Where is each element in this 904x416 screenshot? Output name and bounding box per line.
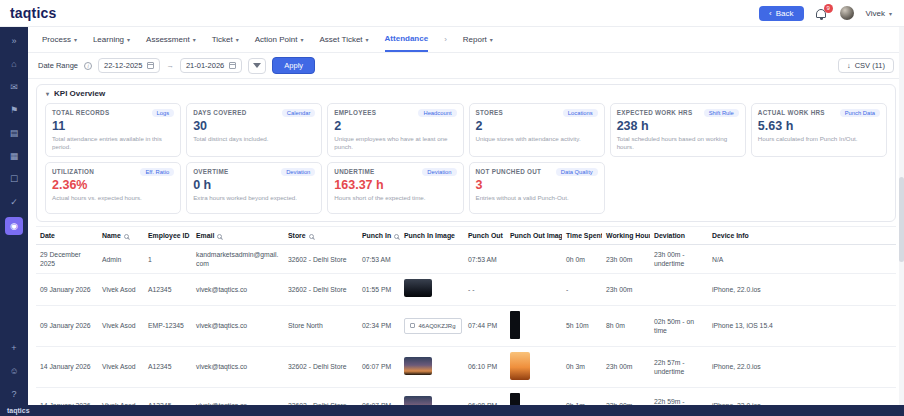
image-filename: 46AQ0KZJRg [418,322,455,330]
punch-in-image-thumbnail[interactable] [404,279,432,297]
attendance-icon[interactable]: ◉ [5,217,23,235]
breadcrumb-separator: › [444,27,447,52]
broken-image-icon [410,323,415,328]
tab-asset-ticket[interactable]: Asset Ticket ▾ [319,27,368,52]
cell-punch-in-image: 46AQ0KZJRg [400,305,464,346]
cell-date: 14 January 2026 [36,346,98,387]
tab-ticket[interactable]: Ticket ▾ [212,27,239,52]
table-row[interactable]: 14 January 2026 Vivek Asod A12345 vivek@… [36,387,896,405]
kpi-card-days-covered: DAYS COVERED Calendar 30 Total distinct … [186,103,322,157]
user-menu[interactable]: Vivek ▾ [866,9,892,18]
search-icon[interactable] [124,234,129,239]
punch-out-image-thumbnail[interactable] [510,352,530,380]
cell-name: Vivek Asod [98,387,144,405]
start-date-input[interactable]: 22-12-2025 [98,58,160,73]
help-icon[interactable]: ? [5,386,23,401]
notifications-button[interactable]: 9 [816,7,828,20]
tab-process[interactable]: Process ▾ [42,27,77,52]
cell-device-info: iPhone 13, iOS 15.4 [708,305,896,346]
csv-export-button[interactable]: ↓ CSV (11) [838,58,894,73]
cell-time-spent: 0h 1m [562,387,602,405]
search-icon[interactable] [217,234,222,239]
kpi-grid: TOTAL RECORDS Logs 11 Total attendance e… [37,100,895,221]
assets-icon[interactable]: ☐ [5,171,23,186]
tab-assessment[interactable]: Assessment ▾ [146,27,196,52]
avatar[interactable] [840,6,854,20]
cell-deviation: 02h 50m - on time [650,305,708,346]
csv-label: CSV (11) [855,61,885,70]
column-header-punch-in-image[interactable]: Punch In Image [400,227,464,245]
cell-punch-in: 02:34 PM [358,305,400,346]
cell-email: vivek@taqtics.co [192,274,284,305]
punch-in-image-thumbnail[interactable] [404,396,432,405]
cell-punch-out: 06:10 PM [464,346,506,387]
tab-report[interactable]: Report ▾ [463,27,493,52]
scrollbar-thumb[interactable] [899,177,904,262]
back-button[interactable]: ‹ Back [759,6,803,21]
cell-punch-out-image [506,245,562,274]
kpi-overview-header[interactable]: ▾ KPI Overview [37,85,895,100]
flag-icon[interactable]: ⚑ [5,102,23,117]
calendar-icon[interactable]: ▦ [5,148,23,163]
kpi-value: 238 h [617,119,739,133]
sidebar-expand-icon[interactable]: » [5,33,23,48]
column-header-deviation[interactable]: Deviation [650,227,708,245]
table-header-row: Date Name Employee ID Email Store Punch … [36,227,896,245]
table-row[interactable]: 09 January 2026 Vivek Asod EMP-12345 viv… [36,305,896,346]
column-header-email[interactable]: Email [192,227,284,245]
tab-action-point[interactable]: Action Point ▾ [255,27,304,52]
cell-working-hours: 23h 00m [602,245,650,274]
add-icon[interactable]: + [5,340,23,355]
column-header-device-info[interactable]: Device Info [708,227,896,245]
admin-icon[interactable]: ☺ [5,363,23,378]
tab-attendance[interactable]: Attendance [385,27,429,52]
table-row[interactable]: 14 January 2026 Vivek Asod A12345 vivek@… [36,346,896,387]
table-row[interactable]: 09 January 2026 Vivek Asod A12345 vivek@… [36,274,896,305]
calendar-icon [147,62,154,69]
calendar-icon [229,62,236,69]
cell-punch-in-image [400,274,464,305]
column-header-name[interactable]: Name [98,227,144,245]
table-row[interactable]: 29 December 2025 Admin 1 kandmarketsadmi… [36,245,896,274]
tasks-icon[interactable]: ✓ [5,194,23,209]
punch-out-image-thumbnail[interactable] [510,311,520,339]
kpi-title: NOT PUNCHED OUT [476,168,542,175]
column-header-working-hours[interactable]: Working Hours [602,227,650,245]
column-header-punch-out[interactable]: Punch Out [464,227,506,245]
filter-bar: Date Range i 22-12-2025 → 21-01-2026 App… [28,53,904,79]
kpi-title: TOTAL RECORDS [52,109,109,116]
chevron-down-icon: ▾ [366,36,369,43]
cell-employee-id: A12345 [144,346,192,387]
apply-button[interactable]: Apply [272,57,315,74]
column-header-date[interactable]: Date [36,227,98,245]
column-header-punch-in[interactable]: Punch In [358,227,400,245]
kpi-title: UNDERTIME [334,168,374,175]
messages-icon[interactable]: ✉ [5,79,23,94]
column-header-employee-id[interactable]: Employee ID [144,227,192,245]
search-icon[interactable] [394,234,399,239]
kpi-value: 163.37 h [334,178,456,192]
punch-in-image-thumbnail[interactable] [404,357,432,375]
cell-device-info: iPhone, 22.0.ios [708,274,896,305]
search-icon[interactable] [309,234,314,239]
cell-employee-id: A12345 [144,274,192,305]
kpi-badge: Data Quality [556,168,598,176]
punch-in-image-broken[interactable]: 46AQ0KZJRg [404,318,462,334]
column-header-store[interactable]: Store [284,227,358,245]
kpi-badge: Eff. Ratio [140,168,174,176]
tab-learning[interactable]: Learning ▾ [93,27,130,52]
filter-button[interactable] [248,58,266,74]
kpi-card-actual-work-hrs: ACTUAL WORK HRS Punch Data 5.63 h Hours … [751,103,887,157]
home-icon[interactable]: ⌂ [5,56,23,71]
kpi-card-employees: EMPLOYEES Headcount 2 Unique employees w… [327,103,463,157]
chevron-down-icon: ▾ [127,36,130,43]
reports-icon[interactable]: ▤ [5,125,23,140]
date-range-label: Date Range [38,61,78,70]
kpi-card-stores: STORES Locations 2 Unique stores with at… [469,103,605,157]
column-header-punch-out-image[interactable]: Punch Out Image [506,227,562,245]
punch-out-image-thumbnail[interactable] [510,393,520,405]
end-date-input[interactable]: 21-01-2026 [180,58,242,73]
column-header-time-spent[interactable]: Time Spent [562,227,602,245]
chevron-down-icon: ▾ [300,36,303,43]
vertical-scrollbar[interactable] [899,27,904,405]
